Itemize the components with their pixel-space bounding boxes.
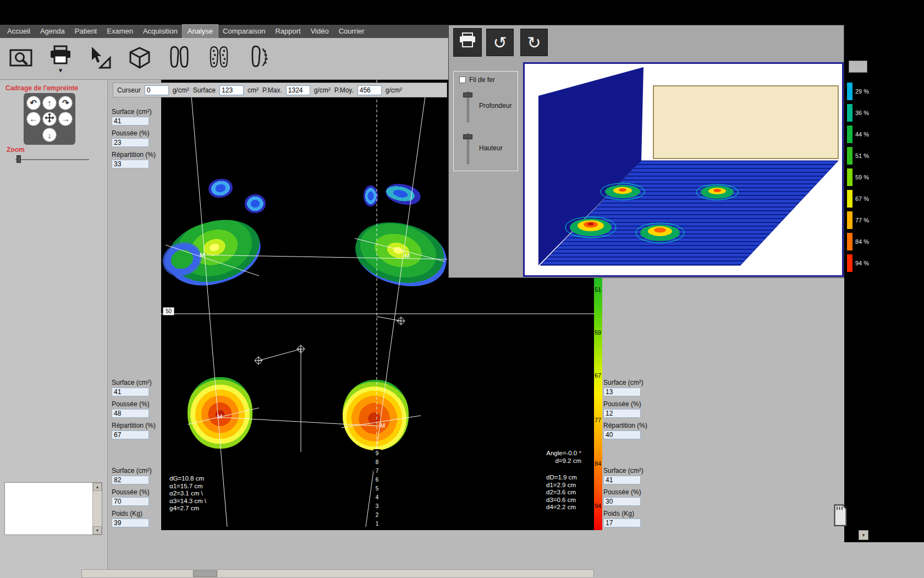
menu-rapport[interactable]: Rapport (270, 25, 305, 38)
pmoy-input[interactable] (358, 85, 382, 95)
stat-value-input[interactable] (603, 476, 641, 484)
measurement-line: dG=10.8 cm (169, 475, 206, 483)
move-up-button[interactable]: ↑ (42, 96, 57, 110)
pressure-peak (565, 217, 616, 238)
undo-button[interactable]: ↺ (486, 29, 514, 56)
scroll-up-button[interactable]: ▲ (93, 483, 102, 491)
legend-value: 29 % (855, 88, 869, 95)
stat-label: Poids (Kg) (112, 510, 161, 517)
stat-value-input[interactable] (112, 138, 149, 147)
move-down-button[interactable]: ↓ (42, 128, 57, 142)
stat-value-input[interactable] (603, 430, 641, 439)
zoom-slider-thumb[interactable] (16, 155, 21, 163)
measurement-line: d2=3.6 cm (546, 489, 577, 497)
zoom-slider-track (15, 159, 89, 160)
menu-courrier[interactable]: Courrier (334, 25, 370, 38)
stat-label: Poussée (%) (112, 488, 161, 496)
legend-value: 67 % (855, 195, 869, 202)
stat-value-input[interactable] (112, 430, 149, 439)
stat-value-input[interactable] (112, 388, 149, 396)
redo-button[interactable]: ↻ (520, 29, 548, 56)
zoom-slider[interactable] (15, 155, 89, 163)
zoom-label: Zoom (7, 146, 25, 154)
measurements-left: dG=10.8 cm α1=15.7 cm α2=3.1 cm \ α3=14.… (169, 475, 206, 512)
menu-analyse[interactable]: Analyse (183, 25, 218, 38)
listbox-scrollbar[interactable]: ▲ ▼ (92, 483, 102, 535)
pressure-points-button[interactable] (204, 40, 234, 78)
print-button[interactable]: ▾ (45, 40, 76, 78)
stat-value-input[interactable] (112, 476, 149, 484)
legend-value: 84 % (855, 238, 869, 245)
curseur-input[interactable] (145, 85, 169, 95)
rotate-left-button[interactable]: ↶ (26, 96, 41, 110)
pmax-unit: g/cm² (314, 86, 331, 94)
zoom-selection-button[interactable] (6, 40, 36, 78)
stat-value-input[interactable] (603, 388, 641, 396)
crosshair-marker[interactable] (296, 345, 305, 353)
scroll-down-button[interactable]: ▼ (93, 526, 102, 535)
printer-icon (48, 45, 73, 68)
stat-value-input[interactable] (112, 519, 149, 527)
wireframe-checkbox[interactable] (459, 77, 466, 83)
marker-m-label: M (405, 253, 410, 259)
pressure-gradient-bar: 51 59 67 77 84 94 (594, 278, 602, 530)
legend-row: 77 % (847, 209, 869, 231)
menu-video[interactable]: Vidéo (306, 25, 334, 38)
measurement-line: Angle=-0.0 ° (531, 450, 581, 457)
legend-scroll-button[interactable] (849, 61, 867, 73)
memory-card-icon[interactable] (831, 503, 850, 530)
stat-value-input[interactable] (112, 409, 149, 418)
legend-color-swatch (847, 126, 853, 143)
menu-comparaison[interactable]: Comparaison (218, 25, 270, 38)
legend-value: 36 % (855, 110, 869, 116)
stat-value-input[interactable] (112, 160, 149, 168)
notes-listbox[interactable]: ▲ ▼ (4, 482, 102, 535)
height-label: Hauteur (479, 144, 503, 152)
menu-patient[interactable]: Patient (70, 25, 102, 38)
feet-pressure-icon (205, 45, 233, 72)
legend-row: 94 % (847, 252, 869, 274)
view-3d-button[interactable] (124, 40, 155, 78)
undo-icon: ↺ (493, 33, 507, 52)
stats-left-forefoot: Surface (cm²) Poussée (%) Répartition (%… (112, 108, 161, 172)
crosshair-marker[interactable] (397, 317, 405, 325)
menu-agenda[interactable]: Agenda (35, 25, 70, 38)
legend-row: 51 % (847, 145, 869, 166)
curseur-unit: g/cm² (173, 86, 189, 94)
stat-value-input[interactable] (112, 497, 149, 506)
measure-tool-button[interactable] (85, 40, 116, 78)
pmax-input[interactable] (286, 85, 310, 95)
foot-measure-button[interactable] (243, 40, 274, 78)
menu-accueil[interactable]: Accueil (2, 25, 35, 38)
menu-acquisition[interactable]: Acquisition (138, 25, 183, 38)
feet-view-button[interactable] (164, 40, 195, 78)
measurement-line: dD=1.9 cm (546, 474, 577, 482)
stat-value-input[interactable] (112, 117, 149, 126)
horizontal-scrollbar-thumb[interactable] (193, 570, 217, 577)
move-center-button[interactable] (42, 112, 57, 126)
horizontal-scrollbar[interactable] (81, 569, 594, 578)
stat-value-input[interactable] (603, 497, 641, 506)
print-3d-button[interactable] (453, 28, 482, 57)
pressure-peak (601, 183, 645, 200)
surface-label: Surface (193, 86, 216, 94)
stat-value-input[interactable] (603, 519, 641, 527)
redo-icon: ↻ (527, 33, 541, 52)
wireframe-option[interactable]: Fil de fer (459, 76, 495, 84)
scale-scroll-down-button[interactable]: ▼ (859, 530, 868, 540)
height-slider-thumb[interactable] (463, 134, 472, 139)
move-left-button[interactable]: ← (26, 112, 41, 126)
crosshair-marker[interactable] (254, 356, 263, 365)
legend-row: 59 % (847, 166, 869, 188)
depth-slider-thumb[interactable] (463, 92, 472, 97)
stat-value-input[interactable] (603, 409, 641, 418)
pad-spacer (26, 128, 41, 143)
rotate-right-button[interactable]: ↷ (58, 96, 73, 110)
legend-row: 36 % (847, 102, 869, 123)
measurements-right: dD=1.9 cm d1=2.9 cm d2=3.6 cm d3=0.6 cm … (546, 474, 577, 511)
line-50-label: 50 (163, 307, 174, 315)
menu-examen[interactable]: Examen (102, 25, 138, 38)
move-right-button[interactable]: → (58, 112, 73, 126)
view-3d-canvas[interactable] (523, 62, 844, 277)
surface-input[interactable] (219, 85, 244, 95)
